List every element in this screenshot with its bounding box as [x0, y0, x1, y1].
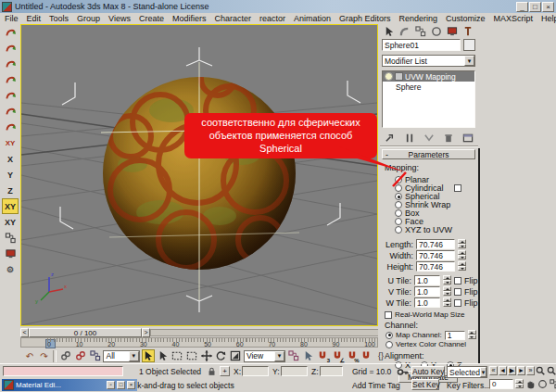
height-field[interactable]: 70.746 — [416, 261, 455, 272]
menu-help[interactable]: Help — [541, 14, 556, 23]
restrict-x-button[interactable]: X — [2, 151, 19, 167]
restrict-z-button[interactable]: Z — [2, 183, 19, 198]
mapping-option-xyz-to-uvw[interactable]: XYZ to UVW — [395, 225, 452, 234]
track-bar[interactable]: 010 2030 4050 6070 8090 100 — [20, 337, 378, 348]
unlink-selection-icon[interactable] — [74, 349, 87, 362]
menu-graph-editors[interactable]: Graph Editors — [339, 14, 391, 23]
gear-icon[interactable]: ⚙ — [2, 261, 19, 277]
menu-edit[interactable]: Edit — [27, 14, 42, 23]
pan-hand-icon[interactable] — [525, 379, 536, 389]
zoom-icon[interactable] — [536, 366, 546, 376]
length-field[interactable]: 70.746 — [416, 239, 455, 249]
snap-xy-icon[interactable]: XY — [2, 135, 19, 151]
rectangular-selection-region-icon[interactable] — [171, 349, 183, 362]
spinner-snap-toggle-icon[interactable] — [360, 349, 373, 362]
w-flip-checkbox[interactable] — [454, 299, 461, 307]
current-frame-field[interactable]: 0 — [489, 379, 513, 389]
snap-2d-icon[interactable] — [2, 41, 19, 57]
absolute-offset-toggle[interactable]: + — [220, 366, 230, 376]
select-and-manipulate-icon[interactable] — [302, 349, 315, 362]
menu-character[interactable]: Character — [214, 14, 251, 23]
previous-frame-button[interactable]: ◄ — [499, 366, 507, 375]
select-and-link-icon[interactable] — [59, 349, 72, 362]
chevron-down-icon[interactable]: ▾ — [480, 367, 486, 377]
close-icon[interactable]: × — [127, 381, 135, 389]
modifier-stack-row-sphere[interactable]: Sphere — [383, 82, 474, 92]
auto-key-button[interactable]: Auto Key — [411, 366, 445, 377]
bind-to-space-warp-icon[interactable] — [89, 349, 102, 362]
maxscript-mini-listener[interactable] — [3, 366, 123, 376]
x-coord-field[interactable] — [242, 366, 269, 376]
select-and-rotate-icon[interactable] — [215, 349, 228, 362]
u-flip-checkbox[interactable] — [454, 277, 461, 285]
restrict-y-button[interactable]: Y — [2, 167, 19, 183]
u-tile-field[interactable]: 1.0 — [414, 275, 440, 285]
y-coord-field[interactable] — [281, 366, 308, 376]
object-color-swatch[interactable] — [463, 39, 475, 51]
real-world-map-size-row[interactable]: Real-World Map Size — [385, 310, 464, 319]
cap-checkbox[interactable] — [454, 184, 461, 192]
arc-rotate-icon[interactable] — [537, 379, 548, 389]
tab-hierarchy-icon[interactable] — [414, 25, 426, 37]
menu-reactor[interactable]: reactor — [259, 14, 285, 23]
u-tile-spinner[interactable] — [443, 275, 451, 285]
select-object-button[interactable] — [142, 349, 155, 362]
configure-modifier-sets-icon[interactable] — [462, 133, 474, 144]
show-end-result-icon[interactable] — [404, 133, 415, 144]
select-and-move-icon[interactable] — [200, 349, 213, 362]
key-filters-button[interactable]: Key Filters... — [447, 381, 490, 390]
snap-toggle-3d-icon[interactable]: 3 — [316, 349, 329, 362]
go-to-end-button[interactable]: » — [526, 366, 535, 375]
tab-display-icon[interactable] — [446, 25, 458, 37]
pin-stack-icon[interactable] — [385, 133, 396, 144]
collapse-icon[interactable]: - — [385, 150, 388, 159]
v-flip-checkbox[interactable] — [454, 288, 461, 296]
time-slider-next-button[interactable]: > — [142, 328, 150, 337]
angle-snap-icon[interactable] — [2, 88, 19, 104]
modifier-list-dropdown[interactable]: Modifier List ▾ — [382, 55, 475, 67]
menu-create[interactable]: Create — [139, 14, 164, 23]
close-button[interactable]: × — [542, 2, 554, 12]
lightbulb-icon[interactable] — [385, 72, 393, 81]
spinner-snap-icon[interactable] — [2, 120, 19, 135]
map-channel-spinner[interactable] — [468, 330, 476, 340]
menu-maxscript[interactable]: MAXScript — [494, 14, 534, 23]
menu-modifiers[interactable]: Modifiers — [172, 14, 207, 23]
time-slider-track[interactable] — [150, 329, 378, 336]
chevron-down-icon[interactable]: ▾ — [274, 351, 284, 361]
w-tile-field[interactable]: 1.0 — [414, 297, 440, 308]
next-frame-button[interactable]: ► — [517, 366, 525, 375]
frame-spinner[interactable] — [515, 379, 524, 389]
restore-button[interactable]: □ — [529, 2, 541, 12]
v-tile-field[interactable]: 1.0 — [414, 286, 440, 297]
remove-modifier-icon[interactable] — [443, 133, 454, 144]
go-to-start-button[interactable]: « — [489, 366, 498, 375]
restore-icon[interactable]: ▫ — [107, 381, 115, 389]
maximize-icon[interactable]: □ — [117, 381, 125, 389]
chevron-down-icon[interactable]: ▾ — [464, 56, 474, 66]
window-crossing-icon[interactable] — [185, 349, 198, 362]
angle-snap-toggle-icon[interactable]: ∠ — [331, 349, 344, 362]
object-name-field[interactable]: Sphere01 — [382, 39, 461, 51]
percent-snap-toggle-icon[interactable]: % — [346, 349, 359, 362]
menu-animation[interactable]: Animation — [294, 14, 331, 23]
select-and-scale-icon[interactable] — [229, 349, 242, 362]
menu-group[interactable]: Group — [77, 14, 100, 23]
time-slider-prev-button[interactable]: < — [20, 328, 29, 337]
redo-icon[interactable]: ↷ — [38, 349, 51, 362]
mirror-icon[interactable] — [2, 230, 19, 246]
restrict-xy-button[interactable]: XY — [2, 198, 19, 214]
sphere-object[interactable] — [103, 62, 307, 270]
modifier-stack-row-uvw[interactable]: UVW Mapping — [383, 71, 474, 82]
make-unique-icon[interactable] — [423, 133, 435, 144]
time-slider-handle[interactable]: 0 / 100 — [29, 328, 142, 337]
key-selection-dropdown[interactable]: Selected▾ — [447, 366, 487, 378]
chevron-down-icon[interactable]: ▾ — [129, 351, 139, 361]
material-editor-taskbar[interactable]: Material Edi... ▫ □ × — [2, 379, 137, 391]
map-channel-row[interactable]: Map Channel:1 — [385, 330, 476, 340]
tab-create-icon[interactable] — [383, 25, 395, 37]
snap-toggle-icon[interactable] — [2, 25, 19, 41]
menu-views[interactable]: Views — [108, 14, 131, 23]
set-key-button[interactable]: Set Key — [411, 379, 439, 390]
play-button[interactable]: ▶ — [508, 366, 516, 375]
